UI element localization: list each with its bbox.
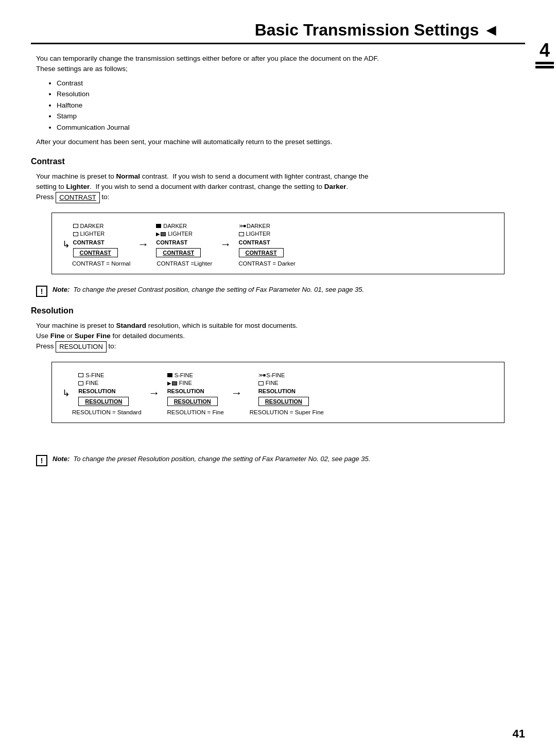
resolution-note-icon: !: [36, 455, 47, 466]
contrast-diagram: ↳ DARKER LIGHTER CONTRAST CONTRAST CONTR…: [51, 213, 505, 274]
page-tab-number: 4: [540, 41, 550, 60]
initial-arrow-resolution: ↳: [62, 388, 72, 399]
resolution-panel-standard: S-FINE FINE RESOLUTION RESOLUTION RESOLU…: [72, 372, 142, 416]
contrast-body: Your machine is preset to Normal contras…: [36, 171, 525, 203]
initial-arrow-contrast: ↳: [62, 239, 72, 250]
resolution-note-box: ! Note: To change the preset Resolution …: [36, 454, 525, 466]
resolution-panel-superfine: ≫■S-FINE FINE RESOLUTION RESOLUTION RESO…: [250, 372, 324, 416]
title-arrow: ◄: [483, 21, 499, 40]
arrow-2-resolution: →: [231, 386, 242, 400]
resolution-heading: Resolution: [31, 306, 525, 315]
resolution-caption-superfine: RESOLUTION = Super Fine: [250, 409, 324, 415]
page-tab: 4: [533, 41, 556, 70]
resolution-note-text: Note: To change the preset Resolution po…: [53, 454, 370, 464]
bullet-list: Contrast Resolution Halftone Stamp Commu…: [57, 78, 525, 133]
contrast-key: CONTRAST: [56, 192, 100, 203]
resolution-body: Your machine is preset to Standard resol…: [36, 321, 525, 353]
bullet-item-contrast: Contrast: [57, 78, 525, 89]
resolution-caption-fine: RESOLUTION = Fine: [167, 409, 224, 415]
contrast-panel-darker: ≫■DARKER LIGHTER CONTRAST CONTRAST CONTR…: [238, 222, 296, 267]
page-title: Basic Transmission Settings: [255, 21, 479, 40]
resolution-key: RESOLUTION: [56, 341, 107, 353]
page-tab-lines: [535, 62, 554, 70]
page-number-bottom: 41: [513, 727, 525, 741]
arrow-1-resolution: →: [149, 386, 160, 400]
contrast-caption-lighter: CONTRAST =Lighter: [157, 260, 212, 267]
contrast-heading: Contrast: [31, 157, 525, 166]
resolution-caption-standard: RESOLUTION = Standard: [72, 409, 142, 415]
bullet-item-halftone: Halftone: [57, 100, 525, 111]
arrow-1-contrast: →: [137, 238, 149, 251]
contrast-note-box: ! Note: To change the preset Contrast po…: [36, 285, 525, 297]
arrow-2-contrast: →: [220, 238, 231, 251]
contrast-note-icon: !: [36, 286, 47, 297]
after-text: After your document has been sent, your …: [36, 137, 525, 147]
contrast-panel-normal: DARKER LIGHTER CONTRAST CONTRAST CONTRAS…: [72, 222, 130, 267]
resolution-panel-fine: S-FINE ▶FINE RESOLUTION RESOLUTION RESOL…: [167, 372, 224, 416]
contrast-caption-normal: CONTRAST = Normal: [72, 260, 130, 267]
resolution-diagram: ↳ S-FINE FINE RESOLUTION RESOLUTION RESO…: [51, 362, 505, 424]
contrast-caption-darker: CONTRAST = Darker: [238, 260, 296, 267]
contrast-note-text: Note: To change the preset Contrast posi…: [53, 285, 364, 295]
title-container: Basic Transmission Settings ◄: [31, 21, 525, 44]
bullet-item-resolution: Resolution: [57, 89, 525, 100]
bullet-item-journal: Communication Journal: [57, 122, 525, 133]
bullet-item-stamp: Stamp: [57, 111, 525, 122]
intro-text: You can temporarily change the transmiss…: [36, 54, 525, 75]
contrast-panel-lighter: DARKER ▶LIGHTER CONTRAST CONTRAST CONTRA…: [156, 222, 213, 267]
